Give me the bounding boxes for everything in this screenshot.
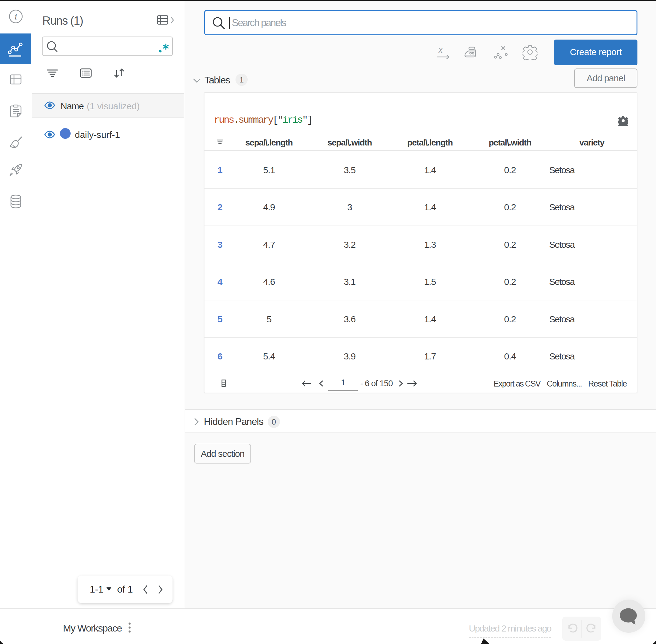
svg-text:i: i xyxy=(15,11,17,21)
svg-text:x: x xyxy=(439,45,443,54)
